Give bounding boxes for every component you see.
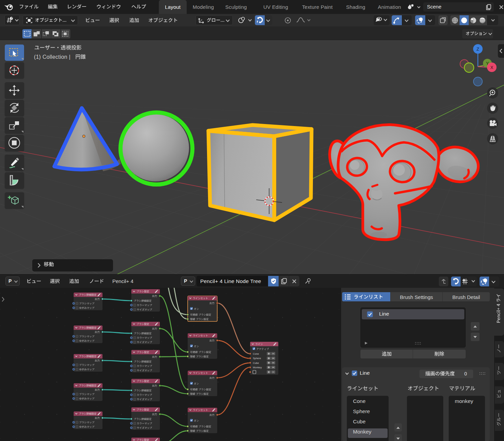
svg-text:Z: Z: [477, 47, 479, 52]
svg-text:Sphere: Sphere: [253, 357, 261, 360]
svg-text:Cone: Cone: [253, 352, 259, 355]
svg-text:Cube: Cube: [253, 361, 259, 365]
svg-text:Monkey: Monkey: [253, 366, 262, 369]
svg-text:X: X: [490, 65, 493, 70]
